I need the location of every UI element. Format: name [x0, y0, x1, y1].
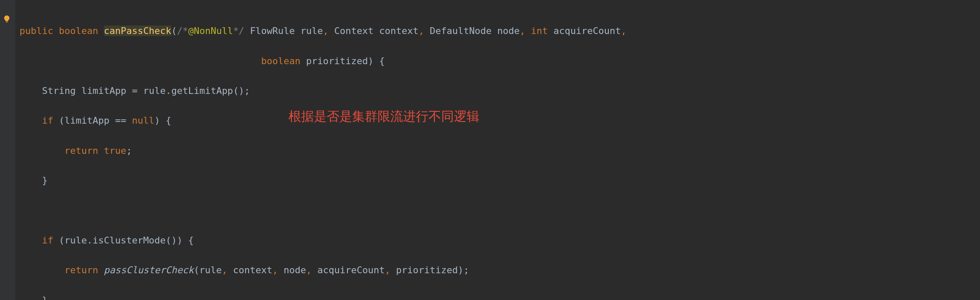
brace: } [42, 295, 48, 300]
code-line: } [20, 293, 627, 300]
keyword-if: if [42, 115, 53, 126]
param: node [497, 25, 520, 36]
paren: ( [171, 25, 177, 36]
op: == [115, 115, 126, 126]
code-editor[interactable]: public boolean canPassCheck(/*@NonNull*/… [20, 8, 627, 300]
keyword-boolean: boolean [59, 25, 98, 36]
type: DefaultNode [430, 25, 492, 36]
dot: . [87, 235, 92, 246]
arg: acquireCount [312, 265, 385, 275]
paren: ( [59, 115, 64, 126]
arg: node [278, 265, 306, 275]
comma: , [272, 265, 278, 275]
obj: rule [143, 85, 165, 96]
op: = [132, 85, 137, 96]
arg: context [227, 265, 272, 275]
keyword-boolean: boolean [261, 56, 301, 66]
semi: ; [126, 145, 132, 156]
comma: , [419, 25, 424, 36]
type: Context [334, 25, 374, 36]
param: prioritized [306, 56, 368, 66]
code-line [20, 203, 627, 218]
param: context [379, 25, 419, 36]
keyword-if: if [42, 235, 53, 246]
gutter [0, 0, 15, 300]
code-line: return passClusterCheck(rule, context, n… [20, 263, 627, 277]
args: (rule [194, 265, 222, 275]
brace: { [188, 235, 193, 246]
comma: , [385, 265, 390, 275]
keyword-public: public [20, 25, 53, 36]
comment-close: */ [233, 25, 244, 36]
arg: prioritized); [390, 265, 469, 275]
method-call: isClusterMode [92, 235, 165, 246]
brace: { [165, 115, 171, 126]
dot: . [165, 85, 171, 96]
code-line: boolean prioritized) { [20, 54, 627, 68]
paren: ( [59, 235, 64, 246]
method-call: getLimitApp [171, 85, 233, 96]
method-name: canPassCheck [104, 25, 171, 36]
keyword-int: int [531, 25, 548, 36]
obj: rule [64, 235, 87, 246]
keyword-return: return [64, 265, 98, 275]
keyword-true: true [104, 145, 126, 156]
var: limitApp [64, 115, 109, 126]
paren: ) [154, 115, 160, 126]
var: limitApp [81, 85, 126, 96]
code-line: String limitApp = rule.getLimitApp(); [20, 83, 627, 98]
type: String [42, 85, 76, 96]
comma: , [621, 25, 626, 36]
method-call: passClusterCheck [104, 265, 194, 275]
comment-open: /* [177, 25, 188, 36]
brace: } [42, 175, 48, 186]
param: acquireCount [553, 25, 621, 36]
code-line: public boolean canPassCheck(/*@NonNull*/… [20, 23, 627, 38]
comma: , [306, 265, 312, 275]
overlay-annotation: 根据是否是集群限流进行不同逻辑 [288, 106, 479, 127]
type: FlowRule [250, 25, 295, 36]
code-line: } [20, 173, 627, 188]
param: rule [300, 25, 323, 36]
keyword-return: return [64, 145, 98, 156]
paren: ) [368, 56, 373, 66]
call: (); [233, 85, 250, 96]
code-line: if (rule.isClusterMode()) { [20, 233, 627, 248]
brace: { [379, 56, 385, 66]
keyword-null: null [132, 115, 154, 126]
comma: , [222, 265, 227, 275]
code-line: return true; [20, 143, 627, 158]
intention-bulb-icon[interactable] [3, 13, 11, 21]
comma: , [520, 25, 525, 36]
comma: , [323, 25, 328, 36]
annotation: @NonNull [188, 25, 233, 36]
call: ()) [165, 235, 182, 246]
